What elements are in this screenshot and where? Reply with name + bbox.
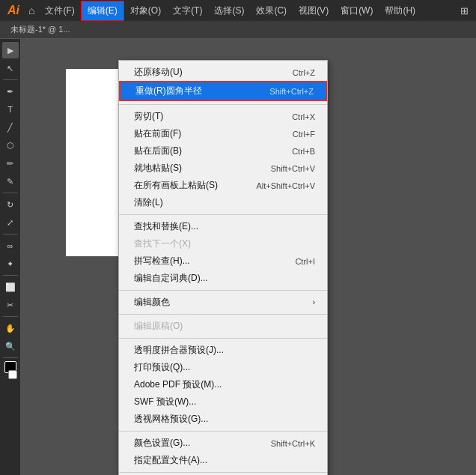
scale-tool[interactable]: ⤢ <box>2 214 19 231</box>
menu-item-assign-profile[interactable]: 指定配置文件(A)... <box>119 452 327 469</box>
layout-icon[interactable]: ⊞ <box>456 5 473 16</box>
main-area: ▶ ↖ ✒ T ╱ ⬡ ✏ ✎ ↻ ⤢ ∞ ✦ ⬜ ✂ ✋ 🔍 <box>0 39 476 475</box>
menu-item-undo[interactable]: 还原移动(U) Ctrl+Z <box>119 64 327 81</box>
menu-text[interactable]: 文字(T) <box>167 1 208 20</box>
blend-tool[interactable]: ∞ <box>2 238 19 254</box>
menu-section-colors: 编辑颜色 <box>119 291 327 315</box>
home-icon[interactable]: ⌂ <box>24 4 39 16</box>
toolbar-separator-4 <box>3 275 18 276</box>
toolbar-separator-2 <box>3 193 18 193</box>
toolbar-separator-5 <box>3 316 18 317</box>
menu-item-spellcheck[interactable]: 拼写检查(H)... Ctrl+I <box>119 252 327 270</box>
zoom-tool[interactable]: 🔍 <box>2 338 19 354</box>
menu-file[interactable]: 文件(F) <box>39 1 80 20</box>
menu-item-clear[interactable]: 清除(L) <box>119 194 327 211</box>
menu-item-find-next[interactable]: 查找下一个(X) <box>119 235 327 252</box>
menu-item-edit-original[interactable]: 编辑原稿(O) <box>119 318 327 335</box>
menu-item-pdf-preset[interactable]: Adobe PDF 预设(M)... <box>119 376 327 393</box>
menu-section-find: 查找和替换(E)... 查找下一个(X) 拼写检查(H)... Ctrl+I 编… <box>119 215 327 291</box>
menu-item-find-replace[interactable]: 查找和替换(E)... <box>119 218 327 235</box>
menu-item-redo[interactable]: 重做(R)圆角半径 Shift+Ctrl+Z <box>119 81 327 101</box>
submenu-arrow-colors <box>313 298 315 306</box>
type-tool[interactable]: T <box>2 101 19 118</box>
menu-item-paste-back[interactable]: 贴在后面(B) Ctrl+B <box>119 142 327 160</box>
artboard-tool[interactable]: ⬜ <box>2 279 19 295</box>
direct-select-tool[interactable]: ↖ <box>2 60 19 76</box>
paintbrush-tool[interactable]: ✏ <box>2 155 19 172</box>
menu-item-cut[interactable]: 剪切(T) Ctrl+X <box>119 108 327 125</box>
edit-dropdown-menu[interactable]: 还原移动(U) Ctrl+Z 重做(R)圆角半径 Shift+Ctrl+Z 剪切… <box>118 60 328 475</box>
app-logo: Ai <box>3 4 24 17</box>
menu-item-paste-inplace[interactable]: 就地粘贴(S) Shift+Ctrl+V <box>119 160 327 177</box>
menu-section-undoredo: 还原移动(U) Ctrl+Z 重做(R)圆角半径 Shift+Ctrl+Z <box>119 61 327 105</box>
pen-tool[interactable]: ✒ <box>2 83 19 100</box>
slice-tool[interactable]: ✂ <box>2 297 19 313</box>
toolbar-separator-1 <box>3 79 18 80</box>
tab-bar: 未标题-1* @ 1... <box>0 21 476 39</box>
hand-tool[interactable]: ✋ <box>2 320 19 336</box>
menu-item-paste-front[interactable]: 贴在前面(F) Ctrl+F <box>119 125 327 142</box>
line-tool[interactable]: ╱ <box>2 119 19 136</box>
menu-help[interactable]: 帮助(H) <box>379 1 421 20</box>
stroke-color[interactable] <box>8 370 17 379</box>
menu-edit[interactable]: 编辑(E) <box>81 1 124 21</box>
toolbar-separator-6 <box>3 357 18 358</box>
rotate-tool[interactable]: ↻ <box>2 196 19 213</box>
menu-item-swf-preset[interactable]: SWF 预设(W)... <box>119 393 327 411</box>
canvas-area: 还原移动(U) Ctrl+Z 重做(R)圆角半径 Shift+Ctrl+Z 剪切… <box>21 39 476 475</box>
menu-item-color-settings[interactable]: 颜色设置(G)... Shift+Ctrl+K <box>119 435 327 452</box>
menu-item-transparency-preset[interactable]: 透明度拼合器预设(J)... <box>119 342 327 359</box>
menu-object[interactable]: 对象(O) <box>124 1 167 20</box>
shape-tool[interactable]: ⬡ <box>2 137 19 154</box>
select-tool[interactable]: ▶ <box>2 42 19 58</box>
eyedropper-tool[interactable]: ✦ <box>2 255 19 272</box>
menu-bar: Ai ⌂ 文件(F) 编辑(E) 对象(O) 文字(T) 选择(S) 效果(C)… <box>0 0 476 21</box>
menu-item-custom-dict[interactable]: 编辑自定词典(D)... <box>119 270 327 287</box>
menu-section-color-settings: 颜色设置(G)... Shift+Ctrl+K 指定配置文件(A)... <box>119 432 327 473</box>
menu-item-print-preset[interactable]: 打印预设(Q)... <box>119 359 327 376</box>
menu-window[interactable]: 窗口(W) <box>335 1 379 20</box>
menu-select[interactable]: 选择(S) <box>208 1 250 20</box>
menu-section-presets: 透明度拼合器预设(J)... 打印预设(Q)... Adobe PDF 预设(M… <box>119 339 327 432</box>
menu-effect[interactable]: 效果(C) <box>250 1 293 20</box>
pencil-tool[interactable]: ✎ <box>2 173 19 190</box>
left-toolbar: ▶ ↖ ✒ T ╱ ⬡ ✏ ✎ ↻ ⤢ ∞ ✦ ⬜ ✂ ✋ 🔍 <box>0 39 21 475</box>
menu-item-edit-colors[interactable]: 编辑颜色 <box>119 294 327 311</box>
menu-section-original: 编辑原稿(O) <box>119 315 327 339</box>
menu-section-clipboard: 剪切(T) Ctrl+X 贴在前面(F) Ctrl+F 贴在后面(B) Ctrl… <box>119 105 327 215</box>
menu-item-perspective-preset[interactable]: 透视网格预设(G)... <box>119 411 327 428</box>
menu-item-paste-allboards[interactable]: 在所有画板上粘贴(S) Alt+Shift+Ctrl+V <box>119 177 327 194</box>
toolbar-separator-3 <box>3 234 18 235</box>
document-tab[interactable]: 未标题-1* @ 1... <box>3 22 78 37</box>
menu-view[interactable]: 视图(V) <box>293 1 335 20</box>
